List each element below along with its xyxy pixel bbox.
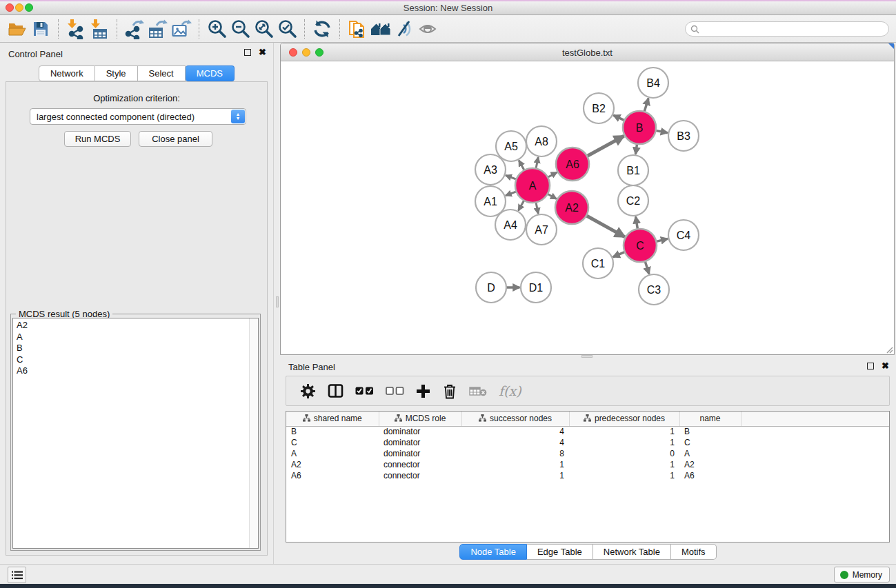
table-row[interactable]: Bdominator41B [286, 426, 889, 437]
refresh-button[interactable] [310, 17, 334, 41]
export-table-button[interactable] [146, 17, 170, 41]
open-session-file-button[interactable] [346, 17, 369, 41]
close-panel-icon[interactable]: ✖ [882, 363, 889, 369]
column-header-successor-nodes[interactable]: successor nodes [461, 412, 569, 426]
table-cell[interactable]: 1 [569, 437, 679, 448]
mcds-result-item[interactable]: C [17, 354, 255, 366]
table-row[interactable]: A2connector11A2 [286, 459, 889, 470]
table-cell[interactable]: 4 [461, 426, 569, 437]
graph-edge-C-C1[interactable] [613, 252, 625, 256]
graph-edge-C-C3[interactable] [645, 261, 649, 274]
add-row-button[interactable] [416, 384, 430, 398]
home-button[interactable] [369, 17, 392, 41]
tab-edge-table[interactable]: Edge Table [527, 544, 593, 560]
table-cell[interactable]: A2 [286, 459, 379, 470]
graph-edge-A-A5[interactable] [519, 161, 524, 170]
split-handle-horizontal[interactable] [581, 355, 593, 358]
mcds-result-item[interactable]: A6 [17, 365, 255, 377]
table-cell[interactable]: A [679, 448, 741, 459]
graph-edge-A-A7[interactable] [536, 203, 538, 214]
table-cell[interactable]: connector [379, 470, 461, 481]
table-settings-button[interactable] [300, 383, 316, 399]
optimization-criterion-select[interactable]: largest connected component (directed) ▲… [30, 108, 246, 125]
graph-edge-A-A6[interactable] [548, 172, 557, 177]
memory-button[interactable]: Memory [834, 567, 890, 582]
show-graphics-details-button[interactable] [416, 17, 439, 41]
graph-edge-A-A2[interactable] [548, 194, 557, 199]
table-cell[interactable]: dominator [379, 426, 461, 437]
delete-table-button[interactable] [469, 386, 487, 396]
run-mcds-button[interactable]: Run MCDS [64, 131, 131, 147]
graph-edge-A6-B[interactable] [587, 136, 624, 156]
table-cell[interactable]: dominator [379, 437, 461, 448]
table-cell[interactable]: C [286, 437, 379, 448]
table-cell[interactable]: 1 [461, 459, 569, 470]
table-cell[interactable]: 0 [569, 448, 679, 459]
resize-grip-icon[interactable] [885, 345, 893, 354]
table-cell[interactable]: A6 [679, 470, 741, 481]
zoom-fit-button[interactable] [252, 17, 275, 41]
search-input[interactable] [702, 23, 885, 35]
graph-edge-B-B3[interactable] [656, 130, 668, 132]
table-cell[interactable]: 8 [461, 448, 569, 459]
graph-edge-A-A1[interactable] [506, 192, 517, 196]
tab-motifs[interactable]: Motifs [671, 544, 717, 560]
deselect-all-button[interactable] [386, 387, 404, 395]
graph-edge-A-A3[interactable] [506, 175, 517, 179]
mcds-result-scrollbar[interactable] [249, 318, 258, 548]
column-header-MCDS-role[interactable]: MCDS role [379, 412, 461, 426]
tab-mcds[interactable]: MCDS [186, 65, 235, 81]
column-header-shared-name[interactable]: shared name [286, 412, 379, 426]
graph-edge-A2-C[interactable] [586, 216, 625, 237]
close-panel-icon[interactable]: ✖ [259, 49, 266, 56]
table-cell[interactable]: 1 [461, 470, 569, 481]
function-builder-button[interactable]: f(x) [499, 383, 521, 398]
tab-style[interactable]: Style [95, 65, 138, 81]
table-row[interactable]: Cdominator41C [286, 437, 889, 448]
delete-row-button[interactable] [442, 383, 457, 399]
table-cell[interactable]: A6 [286, 470, 379, 481]
open-session-button[interactable] [6, 17, 29, 41]
task-history-button[interactable] [8, 567, 26, 583]
tab-network-table[interactable]: Network Table [593, 544, 671, 560]
zoom-out-button[interactable] [228, 17, 252, 41]
select-all-button[interactable] [355, 387, 374, 395]
graph-edge-C-C4[interactable] [656, 239, 668, 241]
table-cell[interactable]: dominator [379, 448, 461, 459]
export-network-button[interactable] [123, 17, 146, 41]
column-header-predecessor-nodes[interactable]: predecessor nodes [569, 412, 679, 426]
graph-edge-B-B2[interactable] [613, 115, 624, 121]
tab-select[interactable]: Select [138, 65, 186, 81]
graph-edge-C-C2[interactable] [636, 216, 638, 229]
table-cell[interactable]: C [679, 437, 741, 448]
save-session-button[interactable] [29, 17, 52, 41]
zoom-selected-button[interactable] [275, 17, 299, 41]
table-cell[interactable]: 1 [569, 459, 679, 470]
graph-edge-B-B1[interactable] [635, 144, 637, 154]
table-cell[interactable]: B [286, 426, 379, 437]
mcds-result-item[interactable]: B [17, 343, 255, 354]
column-header-name[interactable]: name [679, 412, 741, 426]
table-cell[interactable]: A [286, 448, 379, 459]
graph-edge-A-A4[interactable] [519, 201, 524, 211]
table-cell[interactable]: A2 [679, 459, 741, 470]
hide-labels-button[interactable] [392, 17, 416, 41]
graph-edge-A-A8[interactable] [536, 157, 538, 169]
float-panel-icon[interactable] [244, 49, 251, 56]
zoom-in-button[interactable] [205, 17, 228, 41]
split-handle-vertical[interactable] [276, 296, 279, 307]
network-graph[interactable]: B4B2BB3A8A5A6A3B1AC2A1A2A4A7C4CC1DD1C3 [281, 62, 894, 355]
show-columns-button[interactable] [328, 383, 344, 398]
table-cell[interactable]: B [679, 426, 741, 437]
import-table-button[interactable] [88, 17, 111, 41]
close-panel-button[interactable]: Close panel [139, 131, 212, 147]
table-cell[interactable]: connector [379, 459, 461, 470]
table-row[interactable]: A6connector11A6 [286, 470, 889, 481]
table-row[interactable]: Adominator80A [286, 448, 889, 459]
export-image-button[interactable] [170, 17, 193, 41]
float-panel-icon[interactable] [867, 363, 874, 369]
import-network-button[interactable] [64, 17, 88, 41]
table-cell[interactable]: 1 [569, 426, 679, 437]
table-cell[interactable]: 4 [461, 437, 569, 448]
network-window-titlebar[interactable]: testGlobe.txt [281, 43, 894, 61]
